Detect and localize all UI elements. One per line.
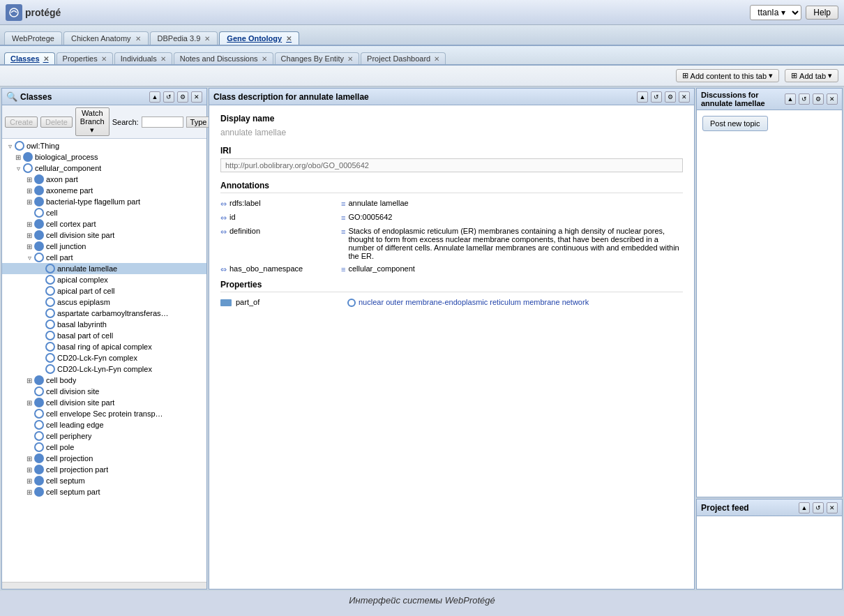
iri-input[interactable]	[220, 158, 683, 172]
svg-point-0	[10, 8, 18, 17]
expander-cell-septum[interactable]: ⊞	[24, 477, 34, 485]
tree-item-cell-septum[interactable]: ⊞ cell septum	[2, 475, 206, 486]
tab-close-dashboard[interactable]: ✕	[434, 55, 439, 63]
feed-refresh-btn[interactable]: ↺	[813, 502, 824, 513]
expander-cell-div-site-part[interactable]: ⊞	[24, 232, 34, 239]
tree-item-cell-cortex[interactable]: ⊞ cell cortex part	[2, 218, 206, 230]
expander-cell-cortex[interactable]: ⊞	[24, 220, 34, 228]
post-new-topic-btn[interactable]: Post new topic	[702, 116, 768, 131]
tab-notes-discussions[interactable]: Notes and Discussions ✕	[174, 52, 273, 64]
expander-cell-projection[interactable]: ⊞	[24, 455, 34, 463]
disc-up-btn[interactable]: ▲	[785, 93, 796, 105]
tree-item-cell-envelope[interactable]: cell envelope Sec protein transport c	[2, 408, 206, 419]
delete-class-btn[interactable]: Delete	[40, 117, 73, 128]
add-content-button[interactable]: ⊞ Add content to this tab ▾	[676, 69, 779, 82]
tree-item-cell-body[interactable]: ⊞ cell body	[2, 375, 206, 386]
tree-item-biological-process[interactable]: ⊞ biological_process	[2, 151, 206, 163]
tab-close-dbpedia[interactable]: ✕	[204, 35, 210, 43]
classes-settings-btn[interactable]: ⚙	[177, 91, 188, 103]
feed-close-btn[interactable]: ✕	[827, 502, 838, 513]
center-settings-btn[interactable]: ⚙	[665, 91, 676, 103]
center-refresh-btn[interactable]: ↺	[651, 91, 662, 103]
center-close-btn[interactable]: ✕	[679, 91, 690, 103]
expander-bio-process[interactable]: ⊞	[13, 153, 23, 161]
tree-item-axon-part[interactable]: ⊞ axon part	[2, 174, 206, 185]
tab-project-dashboard[interactable]: Project Dashboard ✕	[361, 52, 446, 64]
user-selector[interactable]: ttanIa ▾	[750, 5, 801, 20]
tree-scrollbar[interactable]	[2, 582, 206, 589]
disc-refresh-btn[interactable]: ↺	[799, 93, 810, 105]
logo-text: protégé	[25, 7, 61, 18]
expander-cell-body[interactable]: ⊞	[24, 377, 34, 384]
watch-branch-btn[interactable]: Watch Branch ▾	[75, 107, 110, 136]
tab-dbpedia[interactable]: DBPedia 3.9 ✕	[150, 31, 218, 45]
tab-gene-ontology[interactable]: Gene Ontology ✕	[219, 31, 299, 45]
tree-item-cell-part[interactable]: ▿ cell part	[2, 252, 206, 263]
type-btn[interactable]: Type	[186, 117, 211, 128]
help-button[interactable]: Help	[806, 6, 838, 20]
tab-chicken-anatomy[interactable]: Chicken Anatomy ✕	[63, 31, 149, 45]
tab-properties[interactable]: Properties ✕	[56, 52, 113, 64]
classes-refresh-btn[interactable]: ↺	[163, 91, 174, 103]
tree-item-basal-ring[interactable]: basal ring of apical complex	[2, 341, 206, 352]
tree-item-cell-septum-part[interactable]: ⊞ cell septum part	[2, 486, 206, 497]
tree-item-ascus[interactable]: ascus epiplasm	[2, 296, 206, 308]
add-content-chevron: ▾	[769, 71, 773, 80]
disc-settings-btn[interactable]: ⚙	[813, 93, 824, 105]
tree-item-cell[interactable]: cell	[2, 207, 206, 218]
tree-item-cell-junction[interactable]: ⊞ cell junction	[2, 241, 206, 252]
classes-close-btn[interactable]: ✕	[191, 91, 202, 103]
tab-close-properties[interactable]: ✕	[101, 55, 107, 63]
tree-item-cd20-lck-fyn[interactable]: CD20-Lck-Fyn complex	[2, 352, 206, 363]
node-icon-bio-process	[23, 152, 33, 162]
tree-item-cell-division-site-part[interactable]: ⊞ cell division site part	[2, 230, 206, 241]
tree-item-cell-projection-part[interactable]: ⊞ cell projection part	[2, 464, 206, 475]
expander-cellular[interactable]: ▿	[13, 165, 23, 172]
add-tab-button[interactable]: ⊞ Add tab ▾	[785, 69, 838, 82]
tree-item-aspartate[interactable]: aspartate carbamoyltransferase cor	[2, 308, 206, 319]
tree-item-apical-part[interactable]: apical part of cell	[2, 285, 206, 296]
expander-axoneme[interactable]: ⊞	[24, 187, 34, 195]
tree-item-cd20-lck-lyn-fyn[interactable]: CD20-Lck-Lyn-Fyn complex	[2, 363, 206, 375]
tab-individuals[interactable]: Individuals ✕	[114, 52, 172, 64]
tree-item-axoneme-part[interactable]: ⊞ axoneme part	[2, 185, 206, 196]
classes-up-btn[interactable]: ▲	[149, 91, 160, 103]
disc-close-btn[interactable]: ✕	[827, 93, 838, 105]
expander-cell-part[interactable]: ▿	[24, 254, 34, 262]
center-panel-content: Display name annulate lamellae IRI Annot…	[209, 105, 694, 589]
tab-close-gene-ontology[interactable]: ✕	[286, 35, 292, 43]
tree-item-cellular-component[interactable]: ▿ cellular_component	[2, 163, 206, 174]
feed-up-btn[interactable]: ▲	[799, 502, 810, 513]
tree-item-basal-labyrinth[interactable]: basal labyrinth	[2, 319, 206, 330]
tab-close-chicken[interactable]: ✕	[135, 35, 141, 43]
annotation-row-namespace: ⇔ has_obo_namespace ≡ cellular_component	[220, 264, 683, 274]
tree-item-cell-div-site[interactable]: cell division site	[2, 386, 206, 397]
tree-item-apical-complex[interactable]: apical complex	[2, 274, 206, 285]
tab-close-classes[interactable]: ✕	[43, 55, 49, 63]
search-input[interactable]	[142, 117, 183, 128]
expander-flagellum[interactable]: ⊞	[24, 198, 34, 206]
create-class-btn[interactable]: Create	[5, 117, 38, 128]
tree-item-cell-div-site-part2[interactable]: ⊞ cell division site part	[2, 397, 206, 408]
tab-changes-by-entity[interactable]: Changes By Entity ✕	[275, 52, 360, 64]
tree-item-owlthing[interactable]: ▿ owl:Thing	[2, 140, 206, 151]
tree-item-annulate-lamellae[interactable]: annulate lamellae	[2, 263, 206, 274]
center-up-btn[interactable]: ▲	[637, 91, 648, 103]
expander-axon[interactable]: ⊞	[24, 176, 34, 183]
expander-cell-junction[interactable]: ⊞	[24, 243, 34, 250]
tab-close-individuals[interactable]: ✕	[160, 55, 166, 63]
tab-classes[interactable]: Classes ✕	[4, 52, 55, 64]
tree-item-cell-leading[interactable]: cell leading edge	[2, 419, 206, 430]
tree-item-cell-pole[interactable]: cell pole	[2, 442, 206, 453]
tab-webprotege[interactable]: WebProtege	[4, 31, 62, 45]
tab-close-changes[interactable]: ✕	[347, 55, 353, 63]
tree-item-basal-part[interactable]: basal part of cell	[2, 330, 206, 341]
expander-cell-septum-part[interactable]: ⊞	[24, 488, 34, 496]
tab-close-notes[interactable]: ✕	[262, 55, 267, 63]
expander-cell-proj-part[interactable]: ⊞	[24, 466, 34, 474]
expander-cell-div-site2[interactable]: ⊞	[24, 399, 34, 407]
tree-item-cell-projection[interactable]: ⊞ cell projection	[2, 453, 206, 464]
expander-owlthing[interactable]: ▿	[5, 142, 15, 150]
tree-item-cell-periphery[interactable]: cell periphery	[2, 430, 206, 442]
tree-item-flagellum-part[interactable]: ⊞ bacterial-type flagellum part	[2, 196, 206, 207]
